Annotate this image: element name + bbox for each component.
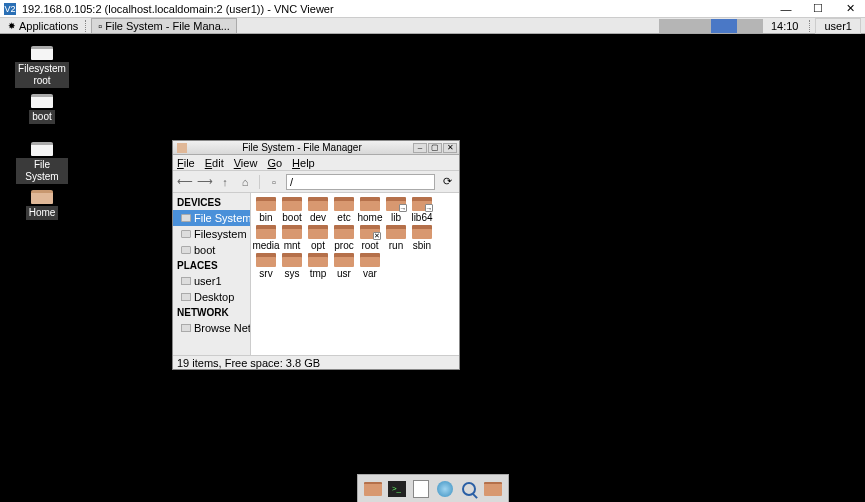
workspace-3[interactable] [711, 19, 737, 33]
workspace-2[interactable] [685, 19, 711, 33]
panel-separator [809, 20, 812, 32]
fm-close-button[interactable]: ✕ [443, 143, 457, 153]
sidebar-heading-devices: DEVICES [173, 195, 250, 210]
user-menu[interactable]: user1 [815, 18, 861, 34]
folder-home[interactable]: home [357, 197, 383, 223]
desktop-icon-file-system[interactable]: File System [16, 142, 68, 184]
taskbar-item-file-manager[interactable]: ▫ File System - File Mana... [91, 18, 237, 34]
sidebar-item-user1[interactable]: user1 [173, 273, 250, 289]
desktop-icon-home[interactable]: Home [16, 190, 68, 220]
folder-icon: ✕ [360, 225, 380, 239]
sidebar-item-desktop[interactable]: Desktop [173, 289, 250, 305]
desktop-icon-label: Home [26, 206, 59, 220]
fm-content-area[interactable]: binbootdevetchome→lib→lib64mediamntoptpr… [251, 193, 459, 355]
folder-proc[interactable]: proc [331, 225, 357, 251]
location-bar[interactable]: / [286, 174, 435, 190]
taskbar-item-label: File System - File Mana... [105, 20, 230, 32]
sidebar-item-label: Desktop [194, 291, 234, 303]
desktop-icon-boot[interactable]: boot [16, 94, 68, 124]
reload-button[interactable]: ⟳ [439, 174, 455, 190]
folder-usr[interactable]: usr [331, 253, 357, 279]
folder-icon [386, 225, 406, 239]
folder-etc[interactable]: etc [331, 197, 357, 223]
folder-srv[interactable]: srv [253, 253, 279, 279]
folder-icon: → [412, 197, 432, 211]
sidebar-item-filesystem-root[interactable]: Filesystem root [173, 226, 250, 242]
nav-up-button[interactable]: ↑ [217, 174, 233, 190]
folder-lib[interactable]: →lib [383, 197, 409, 223]
folder-tmp[interactable]: tmp [305, 253, 331, 279]
desktop-icon-filesystem-root[interactable]: Filesystem root [16, 46, 68, 88]
clock[interactable]: 14:10 [771, 20, 799, 32]
workspace-1[interactable] [659, 19, 685, 33]
dock-file-manager[interactable] [364, 480, 382, 498]
folder-label: sbin [413, 240, 431, 251]
folder-icon [282, 253, 302, 267]
folder-sys[interactable]: sys [279, 253, 305, 279]
globe-icon [437, 481, 453, 497]
path-icon: ▫ [266, 174, 282, 190]
folder-label: mnt [284, 240, 301, 251]
fm-status-text: 19 items, Free space: 3.8 GB [177, 357, 320, 369]
menu-file[interactable]: File [177, 157, 195, 169]
folder-badge-icon: → [425, 204, 433, 212]
menu-edit[interactable]: Edit [205, 157, 224, 169]
folder-badge-icon: → [399, 204, 407, 212]
sidebar-item-file-system[interactable]: File System [173, 210, 250, 226]
folder-label: bin [259, 212, 272, 223]
home-folder-icon [31, 190, 53, 204]
desktop-icon-label: boot [29, 110, 54, 124]
folder-label: proc [334, 240, 353, 251]
vnc-maximize-button[interactable]: ☐ [811, 2, 825, 16]
menu-help[interactable]: Help [292, 157, 315, 169]
dock-search[interactable] [460, 480, 478, 498]
folder-sbin[interactable]: sbin [409, 225, 435, 251]
folder-dev[interactable]: dev [305, 197, 331, 223]
sidebar-item-label: user1 [194, 275, 222, 287]
vnc-titlebar: V2 192.168.0.105:2 (localhost.localdomai… [0, 0, 865, 18]
fm-minimize-button[interactable]: – [413, 143, 427, 153]
dock-folder[interactable] [484, 480, 502, 498]
fm-window-icon [177, 143, 187, 153]
drive-icon [31, 94, 53, 108]
workspace-4[interactable] [737, 19, 763, 33]
nav-home-button[interactable]: ⌂ [237, 174, 253, 190]
dock-web-browser[interactable] [436, 480, 454, 498]
dock: >_ [357, 474, 509, 502]
sidebar-item-label: File System [194, 212, 251, 224]
folder-boot[interactable]: boot [279, 197, 305, 223]
magnifier-icon [462, 482, 476, 496]
vnc-close-button[interactable]: ✕ [843, 2, 857, 16]
folder-label: tmp [310, 268, 327, 279]
folder-opt[interactable]: opt [305, 225, 331, 251]
folder-icon: → [386, 197, 406, 211]
fm-toolbar: ⟵ ⟶ ↑ ⌂ ▫ / ⟳ [173, 171, 459, 193]
fm-maximize-button[interactable]: ▢ [428, 143, 442, 153]
folder-run[interactable]: run [383, 225, 409, 251]
dock-terminal[interactable]: >_ [388, 480, 406, 498]
folder-label: media [252, 240, 279, 251]
folder-icon [256, 197, 276, 211]
folder-bin[interactable]: bin [253, 197, 279, 223]
nav-back-button[interactable]: ⟵ [177, 174, 193, 190]
folder-media[interactable]: media [253, 225, 279, 251]
sidebar-item-label: Filesystem root [194, 228, 251, 240]
applications-menu[interactable]: ✸ Applications [4, 20, 82, 32]
folder-label: run [389, 240, 403, 251]
nav-forward-button[interactable]: ⟶ [197, 174, 213, 190]
folder-mnt[interactable]: mnt [279, 225, 305, 251]
sidebar-heading-places: PLACES [173, 258, 250, 273]
folder-lib64[interactable]: →lib64 [409, 197, 435, 223]
sidebar-item-browse-network[interactable]: Browse Network [173, 320, 250, 336]
dock-editor[interactable] [412, 480, 430, 498]
folder-var[interactable]: var [357, 253, 383, 279]
folder-root[interactable]: ✕root [357, 225, 383, 251]
sidebar-item-boot[interactable]: boot [173, 242, 250, 258]
drive-icon [31, 142, 53, 156]
drive-icon [181, 230, 191, 238]
menu-go[interactable]: Go [267, 157, 282, 169]
taskbar-item-icon: ▫ [98, 20, 102, 32]
menu-view[interactable]: View [234, 157, 258, 169]
vnc-minimize-button[interactable]: — [779, 2, 793, 16]
fm-titlebar[interactable]: File System - File Manager – ▢ ✕ [173, 141, 459, 155]
